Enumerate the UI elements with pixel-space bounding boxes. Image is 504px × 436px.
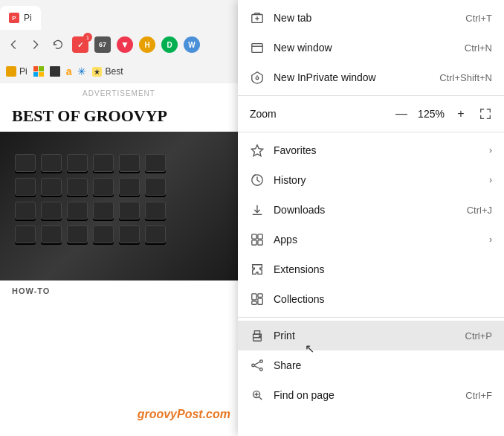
bookmark-walmart[interactable]: ✳	[77, 65, 86, 77]
svg-point-29	[259, 336, 261, 337]
key-20	[41, 225, 62, 243]
menu-print[interactable]: Print Ctrl+P ↖	[238, 321, 504, 350]
bookmark-photo[interactable]	[50, 66, 60, 77]
new-tab-icon	[250, 10, 265, 25]
bookmark-amazon[interactable]: a	[66, 65, 72, 77]
bookmark-best-icon: ★	[92, 67, 102, 77]
key-19	[15, 225, 36, 243]
page-category: HOW-TO	[0, 280, 238, 298]
history-arrow: ›	[489, 175, 492, 185]
bookmark-pi[interactable]: Pi	[6, 66, 28, 77]
find-on-page-label: Find on page	[274, 389, 465, 401]
svg-rect-28	[254, 331, 259, 335]
extension-todo[interactable]: ✓ 1	[70, 34, 91, 55]
bookmark-best[interactable]: ★ Best	[92, 66, 123, 77]
svg-line-34	[254, 366, 259, 369]
key-14	[41, 202, 62, 219]
menu-share[interactable]: Share	[238, 350, 504, 380]
apps-label: Apps	[274, 234, 483, 246]
extension-walletguard[interactable]: W	[181, 34, 202, 55]
inprivate-shortcut: Ctrl+Shift+N	[439, 72, 492, 83]
svg-line-33	[254, 362, 259, 365]
key-16	[93, 202, 114, 219]
svg-marker-16	[251, 145, 262, 156]
find-icon	[250, 388, 265, 403]
keyboard-image	[0, 132, 238, 280]
key-21	[67, 225, 88, 243]
forward-button[interactable]	[25, 34, 46, 55]
key-6	[145, 154, 166, 172]
svg-point-31	[252, 364, 255, 367]
favorites-icon	[250, 143, 265, 158]
collections-label: Collections	[274, 293, 492, 305]
menu-downloads[interactable]: Downloads Ctrl+J	[238, 195, 504, 225]
svg-line-36	[259, 397, 262, 400]
key-13	[15, 202, 36, 219]
svg-rect-19	[252, 234, 256, 239]
key-24	[145, 225, 166, 243]
site-watermark: groovyPost.com	[138, 408, 230, 421]
key-23	[119, 225, 140, 243]
key-8	[41, 178, 62, 196]
menu-apps[interactable]: Apps ›	[238, 225, 504, 254]
menu-collections[interactable]: Collections	[238, 284, 504, 314]
key-12	[145, 178, 166, 196]
menu-find-on-page[interactable]: Find on page Ctrl+F	[238, 380, 504, 410]
svg-point-14	[256, 77, 259, 80]
tab-favicon: P	[9, 13, 19, 23]
back-button[interactable]	[3, 34, 24, 55]
extension-dashlane[interactable]: D	[159, 34, 180, 55]
menu-new-tab[interactable]: New tab Ctrl+T	[238, 3, 504, 33]
key-2	[41, 154, 62, 172]
svg-rect-25	[252, 301, 256, 305]
settings-menu: New tab Ctrl+T New window Ctrl+N New InP…	[238, 0, 504, 436]
zoom-increase-button[interactable]: +	[452, 105, 470, 123]
apps-arrow: ›	[489, 234, 492, 245]
svg-rect-23	[252, 294, 256, 300]
new-tab-label: New tab	[274, 12, 465, 24]
new-tab-shortcut: Ctrl+T	[465, 13, 492, 24]
ad-banner: ADVERTISEMENT	[0, 83, 238, 100]
divider-1	[238, 95, 504, 96]
tab-title: Pi	[24, 13, 32, 23]
svg-point-30	[260, 360, 263, 363]
svg-rect-27	[253, 338, 262, 342]
bookmark-best-label: Best	[105, 66, 123, 77]
print-icon	[250, 328, 265, 343]
svg-rect-20	[258, 234, 262, 239]
menu-favorites[interactable]: Favorites ›	[238, 135, 504, 165]
bookmark-photo-icon	[50, 66, 60, 77]
zoom-decrease-button[interactable]: —	[392, 105, 410, 123]
menu-extensions[interactable]: Extensions	[238, 254, 504, 284]
collections-menu-icon	[250, 292, 265, 307]
extension-counter[interactable]: 67	[92, 34, 113, 55]
svg-point-32	[260, 368, 263, 371]
zoom-value-display: 125%	[416, 108, 446, 120]
extension-honey[interactable]: H	[137, 34, 158, 55]
svg-rect-26	[258, 298, 262, 304]
menu-new-window[interactable]: New window Ctrl+N	[238, 33, 504, 62]
key-10	[93, 178, 114, 196]
key-15	[67, 202, 88, 219]
extension-pocket[interactable]: ▼	[114, 34, 135, 55]
extensions-icon	[250, 262, 265, 277]
apps-icon	[250, 232, 265, 247]
key-7	[15, 178, 36, 196]
downloads-label: Downloads	[274, 204, 467, 216]
history-label: History	[274, 174, 483, 186]
new-window-label: New window	[274, 42, 465, 54]
zoom-fullscreen-button[interactable]	[479, 107, 492, 121]
bookmark-microsoft[interactable]	[33, 66, 44, 77]
active-tab[interactable]: P Pi	[0, 6, 41, 30]
keyboard-bg	[0, 132, 238, 280]
refresh-button[interactable]	[48, 34, 68, 55]
inprivate-label: New InPrivate window	[274, 71, 439, 83]
key-22	[93, 225, 114, 243]
history-icon	[250, 173, 265, 187]
menu-inprivate[interactable]: New InPrivate window Ctrl+Shift+N	[238, 62, 504, 92]
share-label: Share	[274, 359, 492, 371]
key-9	[67, 178, 88, 196]
print-shortcut: Ctrl+P	[465, 330, 492, 342]
print-label: Print	[274, 330, 465, 342]
menu-history[interactable]: History ›	[238, 165, 504, 195]
